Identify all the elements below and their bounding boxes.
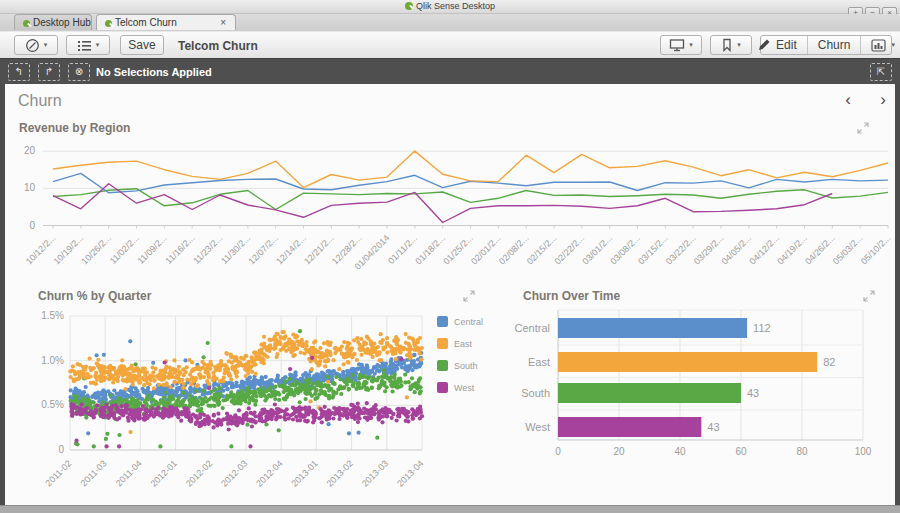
selections-bar: ↰ ↱ ⊗ No Selections Applied ⇱ (0, 59, 900, 84)
svg-text:2011-02: 2011-02 (43, 458, 73, 488)
svg-text:40: 40 (674, 446, 686, 457)
save-label: Save (128, 38, 155, 52)
clear-selections-icon[interactable]: ⊗ (68, 63, 90, 81)
svg-text:West: West (525, 421, 550, 433)
window-frame-right (895, 84, 900, 505)
line-chart-body[interactable]: 0102010/12/2...10/19/2...10/26/2...11/02… (5, 115, 895, 285)
svg-text:0: 0 (29, 220, 35, 231)
bar-chart-body[interactable]: 020406080100Central112East82South43West4… (505, 283, 895, 498)
svg-text:East: East (454, 339, 473, 349)
caret-down-icon: ▾ (689, 41, 693, 49)
svg-text:South: South (521, 387, 550, 399)
svg-text:10: 10 (24, 182, 36, 193)
svg-text:2013-02: 2013-02 (325, 458, 355, 488)
sheet-chart-icon (871, 39, 886, 52)
monitor-icon (669, 38, 685, 52)
svg-text:11/09/2...: 11/09/2... (136, 233, 169, 266)
svg-text:11/16/2...: 11/16/2... (163, 233, 196, 266)
tab-desktop-hub[interactable]: Desktop Hub (14, 14, 92, 30)
step-forward-icon[interactable]: ↱ (38, 63, 60, 81)
sheet-area: Churn ‹ › Revenue by Region 0102010/12/2… (5, 84, 895, 505)
svg-text:2012-02: 2012-02 (184, 458, 214, 488)
tab-telcom-churn[interactable]: Telcom Churn × (96, 14, 236, 30)
svg-text:11/23/2...: 11/23/2... (191, 233, 224, 266)
svg-text:West: West (454, 383, 475, 393)
selections-tool-icon[interactable]: ⇱ (870, 63, 892, 81)
window-title: Qlik Sense Desktop (0, 1, 900, 11)
svg-text:60: 60 (735, 446, 747, 457)
selections-status: No Selections Applied (96, 66, 212, 78)
caret-down-icon: ▾ (96, 41, 100, 49)
svg-text:East: East (528, 356, 550, 368)
bookmarks-button[interactable]: ▾ (710, 35, 752, 55)
navigation-menu-button[interactable]: ▾ (14, 35, 58, 55)
svg-text:11/02/2...: 11/02/2... (108, 233, 141, 266)
svg-text:Central: Central (454, 317, 483, 327)
chart-churn-by-quarter[interactable]: Churn % by Quarter 2011-022011-032011-04… (30, 283, 505, 498)
sheet-controls-group: Edit Churn ▾ (760, 35, 892, 55)
svg-text:20: 20 (24, 145, 36, 156)
edit-label: Edit (776, 38, 797, 52)
caret-down-icon: ▾ (891, 41, 895, 49)
edit-button[interactable]: Edit (747, 36, 808, 54)
svg-text:100: 100 (855, 446, 872, 457)
sheet-list-button[interactable]: ▾ (861, 36, 900, 54)
tab-strip: Desktop Hub Telcom Churn × (0, 14, 900, 31)
qlik-tab-icon (23, 20, 30, 27)
bookmark-icon (721, 38, 733, 52)
svg-text:80: 80 (796, 446, 808, 457)
qlik-logo-icon (405, 2, 413, 10)
svg-text:2011-04: 2011-04 (114, 458, 144, 488)
global-menu-button[interactable]: ▾ (66, 35, 110, 55)
svg-text:2013-01: 2013-01 (289, 458, 319, 488)
svg-text:43: 43 (707, 421, 719, 433)
scatter-chart-body[interactable]: 2011-022011-032011-042012-012012-022012-… (30, 283, 505, 498)
svg-text:0: 0 (555, 446, 561, 457)
next-sheet-arrow[interactable]: › (873, 90, 893, 110)
caret-down-icon: ▾ (44, 41, 48, 49)
chart-churn-over-time[interactable]: Churn Over Time 020406080100Central112Ea… (505, 283, 895, 498)
svg-text:82: 82 (823, 356, 835, 368)
svg-text:1.0%: 1.0% (41, 355, 64, 366)
svg-text:2011-03: 2011-03 (79, 458, 109, 488)
svg-text:2012-03: 2012-03 (219, 458, 249, 488)
qlik-tab-icon (105, 20, 112, 27)
storytelling-button[interactable]: ▾ (660, 35, 702, 55)
svg-text:2012-01: 2012-01 (149, 458, 179, 488)
svg-text:05/10/2...: 05/10/2... (859, 233, 893, 267)
svg-text:South: South (454, 361, 478, 371)
list-menu-icon (77, 39, 92, 52)
svg-text:2013-04: 2013-04 (395, 458, 425, 488)
svg-text:43: 43 (747, 387, 759, 399)
tab-label: Desktop Hub (33, 17, 91, 28)
svg-text:112: 112 (753, 322, 771, 334)
svg-text:20: 20 (613, 446, 625, 457)
step-back-icon[interactable]: ↰ (8, 63, 30, 81)
svg-text:1.5%: 1.5% (41, 310, 64, 321)
caret-down-icon: ▾ (737, 41, 741, 49)
svg-text:10/26/2...: 10/26/2... (79, 233, 113, 267)
window-frame-bottom (0, 505, 900, 513)
sheet-name-label: Churn (818, 38, 851, 52)
svg-text:Central: Central (515, 322, 550, 334)
close-tab-icon[interactable]: × (220, 17, 226, 28)
save-button[interactable]: Save (120, 35, 164, 55)
sheet-title: Churn (18, 92, 62, 110)
chart-revenue-by-region[interactable]: Revenue by Region 0102010/12/2...10/19/2… (5, 115, 895, 285)
svg-text:2012-04: 2012-04 (254, 458, 284, 488)
toolbar: ▾ ▾ Save Telcom Churn ▾ ▾ Edit Churn (0, 31, 900, 60)
prev-sheet-arrow[interactable]: ‹ (838, 90, 858, 110)
svg-text:0: 0 (58, 444, 64, 455)
current-sheet-name: Churn (808, 36, 862, 54)
window-titlebar: Qlik Sense Desktop +−× (0, 0, 900, 14)
tab-label: Telcom Churn (115, 17, 177, 28)
svg-text:0.5%: 0.5% (41, 399, 64, 410)
compass-icon (25, 38, 40, 53)
pencil-icon (757, 38, 771, 52)
svg-text:2013-03: 2013-03 (360, 458, 390, 488)
app-title: Telcom Churn (178, 39, 258, 53)
